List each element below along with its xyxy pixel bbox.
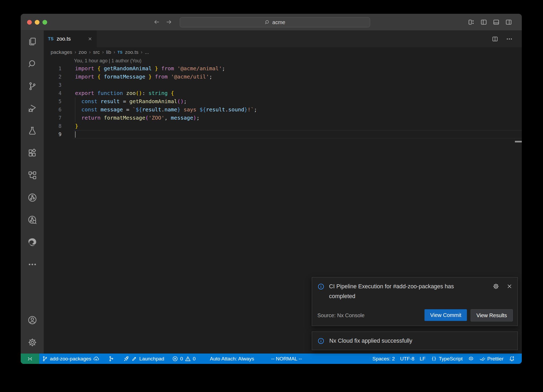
statusbar-problems-label: 0 (193, 356, 196, 362)
back-icon[interactable] (153, 19, 160, 25)
statusbar-problems[interactable]: 00 (169, 354, 198, 364)
notification-settings-icon (493, 283, 499, 290)
toggle-sidebar-icon[interactable] (480, 19, 487, 26)
remote-indicator[interactable] (21, 354, 39, 364)
statusbar-eol-label: LF (420, 356, 426, 362)
code-line-4[interactable]: 4export function zoo(): string { (44, 89, 522, 97)
statusbar-branch[interactable]: add-zoo-packages (39, 354, 102, 364)
activity-more-views[interactable] (21, 253, 44, 276)
extensions-icon (28, 148, 37, 158)
customize-layout-icon[interactable] (468, 19, 475, 26)
line-number: 2 (44, 73, 66, 81)
toggle-panel-icon[interactable] (493, 19, 500, 26)
statusbar-branch-label: add-zoo-packages (50, 356, 91, 362)
circle-branch-icon (28, 193, 37, 202)
copilot-icon (468, 356, 474, 362)
code-line-3[interactable]: 3 (44, 81, 522, 89)
notification-message: CI Pipeline Execution for #add-zoo-packa… (329, 282, 474, 301)
minimize-window-button[interactable] (35, 20, 40, 25)
breadcrumb-item[interactable]: ... (145, 49, 149, 55)
breadcrumb-item[interactable]: src (93, 49, 100, 55)
indent-guide (75, 106, 75, 114)
code-line-content: export function zoo(): string { (74, 89, 522, 97)
activity-edge-tools[interactable] (21, 231, 44, 253)
tab-close-icon[interactable] (87, 36, 93, 41)
breadcrumb-item[interactable]: zoo (78, 49, 87, 55)
activity-pipeline-view[interactable] (21, 186, 44, 209)
activity-search[interactable] (21, 53, 44, 75)
code-line-content: const result = getRandomAnimal(); (74, 97, 522, 106)
activity-hierarchy-view[interactable] (21, 164, 44, 186)
activity-settings[interactable] (21, 331, 44, 354)
code-line-2[interactable]: 2import { formatMessage } from '@acme/ut… (44, 73, 522, 81)
code-line-content: } (74, 122, 522, 130)
breadcrumb-item[interactable]: lib (106, 49, 111, 55)
code-line-5[interactable]: 5 const result = getRandomAnimal(); (44, 97, 522, 106)
more-actions-icon[interactable] (506, 36, 513, 42)
command-center-search[interactable]: acme (180, 17, 370, 27)
info-icon (317, 337, 325, 345)
notification-settings-icon[interactable] (493, 283, 499, 290)
gear-icon (28, 338, 37, 347)
customize-layout-icon (468, 19, 475, 26)
statusbar-indentation[interactable]: Spaces: 2 (370, 354, 397, 364)
status-bar-right: Spaces: 2UTF-8LF{}TypeScriptPrettier (370, 354, 522, 364)
notification-source: Source: Nx Console (317, 312, 365, 319)
close-window-button[interactable] (27, 20, 32, 25)
braces-icon: {} (431, 356, 437, 362)
pencil-icon (131, 356, 137, 362)
statusbar-copilot-status[interactable] (465, 354, 477, 364)
activity-explorer[interactable] (21, 31, 44, 53)
breadcrumb-item[interactable]: zoo.ts (125, 49, 138, 55)
statusbar-formatter[interactable]: Prettier (477, 354, 506, 364)
activity-source-control[interactable] (21, 75, 44, 97)
zoom-window-button[interactable] (42, 20, 47, 25)
edge-icon (28, 237, 37, 247)
statusbar-auto-attach[interactable]: Auto Attach: Always (207, 354, 257, 364)
activity-pipeline-search-view[interactable] (21, 209, 44, 231)
toggle-secondary-sidebar-icon[interactable] (505, 19, 512, 26)
split-editor-icon[interactable] (492, 36, 498, 42)
debug-icon (28, 104, 37, 113)
activity-testing[interactable] (21, 120, 44, 142)
tab-zoo-ts[interactable]: TS zoo.ts (44, 31, 97, 47)
code-line-content (74, 81, 522, 89)
statusbar-vim-mode-label: -- NORMAL -- (271, 356, 302, 362)
notification-close-icon[interactable] (506, 283, 513, 290)
code-line-8[interactable]: 8} (44, 122, 522, 130)
layout-controls (468, 14, 512, 30)
copilot-menu[interactable] (376, 17, 377, 27)
statusbar-eol[interactable]: LF (417, 354, 428, 364)
activity-accounts[interactable] (21, 309, 44, 331)
code-line-6[interactable]: 6 const message = `${result.name} says $… (44, 106, 522, 114)
activity-extensions[interactable] (21, 142, 44, 164)
command-center-text: acme (272, 19, 285, 25)
double-check-icon (479, 356, 485, 362)
forward-icon (165, 19, 172, 25)
line-number: 7 (44, 114, 66, 122)
statusbar-encoding[interactable]: UTF-8 (397, 354, 417, 364)
view-results-button[interactable]: View Results (471, 309, 513, 321)
statusbar-vim-mode[interactable]: -- NORMAL -- (268, 354, 304, 364)
code-line-9[interactable]: 9 (44, 130, 522, 138)
editor-actions (492, 31, 522, 47)
text-cursor (75, 131, 76, 138)
code-line-1[interactable]: 1import { getRandomAnimal } from '@acme/… (44, 64, 522, 73)
statusbar-notifications-bell[interactable] (506, 354, 518, 364)
breadcrumb: packages›zoo›src›lib›TSzoo.ts›... (44, 47, 522, 57)
breadcrumb-separator: › (89, 49, 91, 55)
breadcrumb-separator: › (75, 49, 76, 55)
view-commit-button[interactable]: View Commit (424, 309, 467, 321)
statusbar-language-mode[interactable]: {}TypeScript (428, 354, 465, 364)
activity-run-and-debug[interactable] (21, 97, 44, 120)
code-line-7[interactable]: 7 return formatMessage('ZOO', message); (44, 114, 522, 122)
git-blame-annotation: You, 1 hour ago | 1 author (You) (44, 57, 522, 64)
statusbar-source-control-graph[interactable] (106, 354, 117, 364)
tab-close-icon (87, 36, 93, 41)
breadcrumb-separator: › (141, 49, 142, 55)
breadcrumb-item[interactable]: packages (51, 49, 72, 55)
tab-bar: TS zoo.ts (44, 31, 522, 47)
svg-text:{}: {} (431, 356, 436, 361)
forward-icon[interactable] (165, 19, 172, 25)
statusbar-launchpad[interactable]: Launchpad (121, 354, 167, 364)
